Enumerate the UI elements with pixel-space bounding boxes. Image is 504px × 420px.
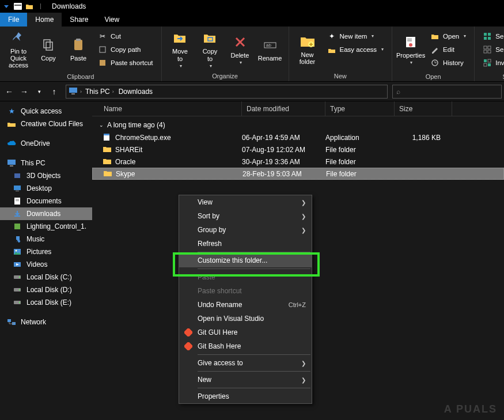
file-row[interactable]: Oracle30-Apr-19 3:36 AMFile folder — [92, 156, 504, 168]
svg-rect-33 — [10, 165, 13, 167]
history-button[interactable]: History — [428, 56, 468, 69]
sidebar-onedrive[interactable]: OneDrive — [0, 137, 92, 150]
pin-to-quick-access-button[interactable]: Pin to Quick access — [3, 29, 33, 69]
select-all-button[interactable]: Select all — [480, 30, 504, 42]
paste-shortcut-icon — [98, 58, 107, 67]
file-row[interactable]: SHAREit07-Aug-19 12:02 AMFile folder — [92, 143, 504, 156]
ctx-give-access[interactable]: Give access to❯ — [179, 356, 312, 370]
paste-shortcut-button[interactable]: Paste shortcut — [96, 56, 156, 69]
sidebar-network[interactable]: Network — [0, 316, 92, 328]
sidebar-item-music[interactable]: Music — [0, 233, 92, 245]
group-header[interactable]: ⌄A long time ago (4) — [92, 116, 504, 131]
sidebar-item-desktop[interactable]: Desktop — [0, 182, 92, 195]
copy-button[interactable]: Copy — [33, 29, 63, 69]
tab-file[interactable]: File — [0, 13, 27, 27]
file-row[interactable]: Skype28-Feb-19 5:03 AMFile folder — [92, 168, 504, 180]
ctx-new[interactable]: New❯ — [179, 373, 312, 387]
network-icon — [7, 317, 16, 327]
svg-rect-0 — [14, 3, 22, 10]
open-button[interactable]: Open▾ — [428, 30, 468, 42]
sidebar-item-icon — [13, 222, 22, 231]
sidebar-item-pictures[interactable]: Pictures — [0, 245, 92, 258]
sidebar-item-3d-objects[interactable]: 3D Objects — [0, 169, 92, 182]
sidebar-item-videos[interactable]: Videos — [0, 258, 92, 271]
ctx-git-bash[interactable]: Git Bash Here — [179, 339, 312, 353]
svg-rect-26 — [484, 59, 487, 62]
file-type: File folder — [325, 158, 395, 166]
back-button[interactable]: ← — [2, 85, 16, 99]
sidebar-creative-cloud[interactable]: Creative Cloud Files — [0, 118, 92, 130]
properties-button[interactable]: Properties▾ — [396, 29, 426, 69]
ctx-git-gui[interactable]: Git GUI Here — [179, 326, 312, 339]
sidebar-item-local-disk-c-[interactable]: Local Disk (C:) — [0, 271, 92, 283]
sidebar-item-local-disk-e-[interactable]: Local Disk (E:) — [0, 296, 92, 309]
scissors-icon: ✂ — [98, 32, 107, 41]
address-bar[interactable]: › This PC› Downloads — [66, 85, 388, 99]
title-bar: Downloads — [0, 0, 504, 13]
select-none-button[interactable]: Select none — [480, 43, 504, 55]
ctx-paste-shortcut: Paste shortcut — [179, 284, 312, 298]
svg-point-50 — [19, 302, 20, 303]
edit-button[interactable]: Edit — [428, 43, 468, 55]
folder-icon — [103, 157, 112, 167]
new-folder-icon — [299, 33, 316, 50]
sidebar-item-lighting-control-1-[interactable]: Lighting_Control_1. — [0, 220, 92, 233]
copy-path-icon — [98, 45, 107, 54]
sidebar-this-pc[interactable]: This PC — [0, 157, 92, 169]
recent-locations-button[interactable]: ▾ — [32, 85, 46, 99]
delete-button[interactable]: Delete▾ — [225, 29, 255, 69]
sidebar-item-icon — [13, 273, 22, 282]
column-type[interactable]: Type — [325, 101, 395, 116]
invert-selection-button[interactable]: Invert selection — [480, 56, 504, 69]
column-date[interactable]: Date modified — [242, 101, 325, 116]
chevron-right-icon: ❯ — [301, 227, 306, 233]
ctx-sort-by[interactable]: Sort by❯ — [179, 209, 312, 223]
open-icon — [430, 32, 439, 41]
sidebar-item-label: Downloads — [26, 210, 60, 218]
column-size[interactable]: Size — [395, 101, 452, 116]
rename-button[interactable]: ab Rename — [255, 29, 285, 69]
ctx-refresh[interactable]: Refresh — [179, 237, 312, 251]
breadcrumb-downloads[interactable]: Downloads — [116, 88, 155, 96]
search-input[interactable]: ⌕ — [392, 85, 502, 99]
sidebar-item-local-disk-d-[interactable]: Local Disk (D:) — [0, 283, 92, 296]
file-type: File folder — [325, 146, 395, 154]
tab-home[interactable]: Home — [27, 13, 62, 27]
column-name[interactable]: Name — [92, 101, 242, 116]
copy-path-button[interactable]: Copy path — [96, 43, 156, 55]
ctx-group-by[interactable]: Group by❯ — [179, 223, 312, 237]
ctx-undo-rename[interactable]: Undo RenameCtrl+Z — [179, 298, 312, 312]
move-to-button[interactable]: Move to▾ — [165, 29, 195, 69]
sidebar-item-documents[interactable]: Documents — [0, 195, 92, 207]
sidebar-item-label: 3D Objects — [26, 172, 60, 180]
sidebar-item-downloads[interactable]: Downloads — [0, 207, 92, 220]
down-arrow-icon[interactable] — [1, 1, 12, 12]
new-item-button[interactable]: ✦New item▾ — [325, 30, 386, 42]
breadcrumb-this-pc[interactable]: This PC› — [83, 88, 116, 96]
paste-button[interactable]: Paste — [63, 29, 93, 69]
file-date: 30-Apr-19 3:36 AM — [242, 158, 325, 166]
easy-access-button[interactable]: Easy access▾ — [325, 43, 386, 55]
sidebar-item-icon — [13, 285, 22, 294]
new-folder-button[interactable]: New folder — [293, 29, 323, 69]
search-placeholder: ⌕ — [396, 88, 400, 96]
tab-view[interactable]: View — [96, 13, 127, 27]
file-row[interactable]: ChromeSetup.exe06-Apr-19 4:59 AMApplicat… — [92, 131, 504, 143]
ctx-view[interactable]: View❯ — [179, 195, 312, 209]
svg-rect-5 — [74, 40, 82, 50]
ctx-properties[interactable]: Properties — [179, 389, 312, 403]
forward-button[interactable]: → — [17, 85, 31, 99]
up-button[interactable]: ↑ — [47, 85, 61, 99]
svg-rect-55 — [184, 328, 192, 336]
chevron-right-icon: ❯ — [301, 199, 306, 206]
copy-to-button[interactable]: Copy to▾ — [195, 29, 225, 69]
ctx-open-visual-studio[interactable]: Open in Visual Studio — [179, 312, 312, 326]
sidebar-item-icon — [13, 171, 22, 180]
ribbon: Pin to Quick access Copy Paste ✂Cut Copy… — [0, 27, 504, 82]
ctx-customize-folder[interactable]: Customize this folder... — [179, 253, 312, 267]
cut-button[interactable]: ✂Cut — [96, 30, 156, 42]
sidebar-quick-access[interactable]: ★Quick access — [0, 105, 92, 118]
sidebar-item-icon — [13, 234, 22, 244]
tab-share[interactable]: Share — [62, 13, 96, 27]
sidebar-item-label: Local Disk (D:) — [26, 286, 72, 294]
